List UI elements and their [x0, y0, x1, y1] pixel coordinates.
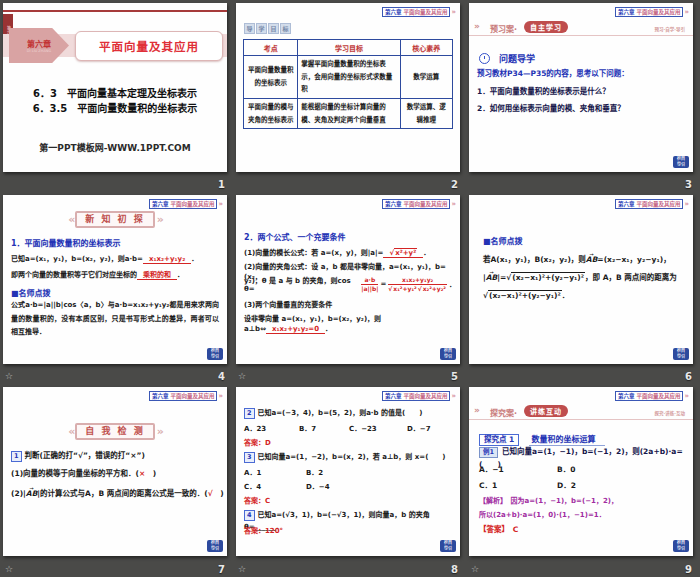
- corner-badge-line: 导引: [677, 162, 685, 167]
- cell-suyang: 数学运算: [400, 56, 452, 99]
- section-banner: » 探究案· 讲练互动 探究·讲练·互动: [469, 404, 693, 420]
- radicand: x₂²+y₂²: [422, 284, 447, 292]
- denominator: √x₁²+y₁²√x₂²+y₂²: [388, 284, 447, 292]
- equals-sign: =: [380, 280, 386, 288]
- badge-char: 目: [268, 23, 279, 34]
- radicand: (x₂−x₁)²+(y₂−y₁)²: [488, 290, 562, 300]
- lesson-subtitle-2: 6．3.5 平面向量数量积的坐标表示: [3, 100, 227, 115]
- corner-badge-line: 栏目: [444, 348, 452, 353]
- goals-table: 考点 学习目标 核心素养 平面向量数量积的坐标表示 掌握平面向量数量积的坐标表示…: [243, 39, 453, 129]
- page-number: 4: [218, 371, 225, 382]
- slide-cell-4: 第六章平面向量及其应用 » « 新 知 初 探 » 1．平面向量数量积的坐标表示…: [0, 192, 233, 384]
- topic-heading: 1．平面向量数量积的坐标表示: [11, 237, 121, 248]
- page-number: 5: [451, 371, 458, 382]
- section-diamond-badge: « 新 知 初 探 »: [3, 211, 227, 228]
- page-number: 1: [218, 179, 225, 190]
- modulus-formula-line: (1)向量的模长公式：若 a=(x，y)，则|a|=√x²+y²．: [244, 247, 430, 257]
- slide-thumbnail-4[interactable]: 第六章平面向量及其应用 » « 新 知 初 探 » 1．平面向量数量积的坐标表示…: [3, 195, 227, 364]
- judge-question: 1判断(正确的打“√”，错误的打“×”): [11, 449, 145, 462]
- options-row: C．4 D．−4: [244, 481, 394, 491]
- slide-cell-1: 第六章 第六章 DI LIU ZHANG 平面向量及其应用 6．3 平面向量基本…: [0, 0, 233, 192]
- corner-badge-line: 导引: [211, 354, 219, 359]
- double-chevron-icon: »: [474, 21, 478, 31]
- clock-icon: [479, 53, 490, 64]
- topic-heading: 2．两个公式、一个充要条件: [244, 231, 346, 242]
- section-label: 探究案·: [490, 407, 517, 418]
- slide-cell-2: 第六章平面向量及其应用 » 导 学 目 标 考点 学习目标 核心素养 平面向量数…: [233, 0, 466, 192]
- corner-badge-line: 栏目: [677, 540, 685, 545]
- radicand: (x₂−x₁)²+(y₂−y₁)²: [511, 272, 585, 282]
- slide-thumbnail-6[interactable]: 第六章平面向量及其应用 » ■名师点拨 若A(x₁，y₁)，B(x₂，y₂)，则…: [469, 195, 693, 364]
- chip-title: 平面向量及其应用: [403, 9, 447, 15]
- options-row: C．1 D．2: [479, 479, 639, 490]
- nav-corner-badge[interactable]: 栏目导引: [673, 156, 689, 168]
- chevron-right-icon: »: [451, 392, 454, 400]
- chip-chapter: 第六章: [152, 393, 169, 399]
- corner-badge-line: 栏目: [211, 540, 219, 545]
- slide-cell-9: 第六章平面向量及其应用 » » 探究案· 讲练互动 探究·讲练·互动 探究点 1…: [466, 384, 700, 577]
- question-2: 2已知a=(−3，4)，b=(5，2)，则a·b 的值是( ): [244, 407, 422, 419]
- angle-formula-line-b: y₂)，θ 是 a 与 b 的夹角，则cos θ= a·b|a||b| = x₁…: [244, 273, 456, 295]
- chevron-right-icon: »: [451, 200, 454, 208]
- nav-corner-badge[interactable]: 栏目导引: [673, 540, 689, 552]
- slide-thumbnail-3[interactable]: 第六章平面向量及其应用 » » 预习案· 自主学习 预习·自学·导引 问题导学 …: [469, 3, 693, 172]
- thumbnail-marker-icon: ☆: [238, 564, 246, 574]
- blank-answer: 乘积的和: [137, 271, 177, 280]
- badge-char: 标: [280, 23, 291, 34]
- page-number: 9: [685, 564, 692, 575]
- thumbnail-marker-icon: ☆: [5, 371, 13, 381]
- corner-badge-line: 栏目: [211, 348, 219, 353]
- vector-line-1: 若A(x₁，y₁)，B(x₂，y₂)，则AB=(x₂−x₁，y₂−y₁)，: [483, 253, 671, 264]
- nav-corner-badge[interactable]: 栏目导引: [207, 348, 223, 360]
- chip-chapter: 第六章: [385, 393, 402, 399]
- slide-thumbnail-9[interactable]: 第六章平面向量及其应用 » » 探究案· 讲练互动 探究·讲练·互动 探究点 1…: [469, 387, 693, 556]
- chapter-label: 第六章: [27, 38, 51, 49]
- slide-cell-5: 第六章平面向量及其应用 » 2．两个公式、一个充要条件 (1)向量的模长公式：若…: [233, 192, 466, 384]
- question-number-box: 3: [244, 452, 255, 463]
- page-number: 3: [685, 179, 692, 190]
- answer-row: 【答案】 C: [479, 523, 518, 534]
- slides-grid: 第六章 第六章 DI LIU ZHANG 平面向量及其应用 6．3 平面向量基本…: [0, 0, 700, 577]
- slide-thumbnail-7[interactable]: 第六章平面向量及其应用 » « 自 我 检 测 » 1判断(正确的打“√”，错误…: [3, 387, 227, 556]
- radicand: x₁²+y₁²: [392, 284, 417, 292]
- slide-thumbnail-5[interactable]: 第六章平面向量及其应用 » 2．两个公式、一个充要条件 (1)向量的模长公式：若…: [236, 195, 460, 364]
- chip-chapter: 第六章: [618, 201, 635, 207]
- badge-char: 导: [244, 23, 255, 34]
- nav-corner-badge[interactable]: 栏目导引: [207, 540, 223, 552]
- nav-corner-badge[interactable]: 栏目导引: [673, 348, 689, 360]
- nav-corner-badge[interactable]: 栏目导引: [440, 540, 456, 552]
- col-header-kaodian: 考点: [244, 40, 298, 56]
- preview-intro: 预习教材P34—P35的内容，思考以下问题：: [477, 67, 629, 78]
- perpendicular-line: 设非零向量 a=(x₁，y₁)，b=(x₂，y₂)，则a⊥b⇔x₁x₂+y₁y₂…: [244, 313, 460, 333]
- slide-thumbnail-1[interactable]: 第六章 第六章 DI LIU ZHANG 平面向量及其应用 6．3 平面向量基本…: [3, 3, 227, 172]
- slide-thumbnail-8[interactable]: 第六章平面向量及其应用 » 2已知a=(−3，4)，b=(5，2)，则a·b 的…: [236, 387, 460, 556]
- section-badge: 自主学习: [524, 21, 568, 33]
- line-text: ．: [449, 279, 456, 289]
- slide-cell-7: 第六章平面向量及其应用 » « 自 我 检 测 » 1判断(正确的打“√”，错误…: [0, 384, 233, 577]
- nav-corner-badge[interactable]: 栏目导引: [440, 348, 456, 360]
- vector-AB: AB: [486, 273, 498, 282]
- answer-text: C: [513, 525, 519, 534]
- vector-line-2: |AB|=√(x₂−x₁)²+(y₂−y₁)²，即 A，B 两点间的距离为: [483, 271, 677, 282]
- template-site-footer: 第一PPT模板网-WWW.1PPT.COM: [3, 141, 227, 154]
- vector-AB: AB: [586, 255, 598, 264]
- cell-mubiao: 掌握平面向量数量积的坐标表示，会用向量的坐标形式求数量积: [298, 56, 400, 99]
- answer-line: 答案：120°: [244, 525, 283, 535]
- guide-goal-badge: 导 学 目 标: [244, 23, 291, 34]
- chip-chapter: 第六章: [618, 393, 635, 399]
- line-text: ．: [562, 291, 570, 300]
- line-text: ．: [423, 249, 430, 257]
- slide-thumbnail-2[interactable]: 第六章平面向量及其应用 » 导 学 目 标 考点 学习目标 核心素养 平面向量数…: [236, 3, 460, 172]
- option-D: D．2: [557, 479, 576, 490]
- double-chevron-icon: »: [474, 405, 478, 415]
- line-text: ．: [191, 255, 198, 263]
- option-B: B．7: [299, 423, 349, 433]
- chevron-right-icon: »: [218, 200, 221, 208]
- line-text: 即两个向量的数量积等于它们对应坐标的: [11, 271, 137, 279]
- denominator: |a||b|: [361, 285, 378, 292]
- option-D: D．−7: [407, 423, 431, 433]
- blank-answer: √x²+y²: [383, 249, 423, 258]
- line-text: 若A(x₁，y₁)，B(x₂，y₂)，则: [483, 255, 586, 264]
- chip-chapter: 第六章: [618, 9, 635, 15]
- fraction-ab-over-modab: a·b|a||b|: [361, 276, 378, 292]
